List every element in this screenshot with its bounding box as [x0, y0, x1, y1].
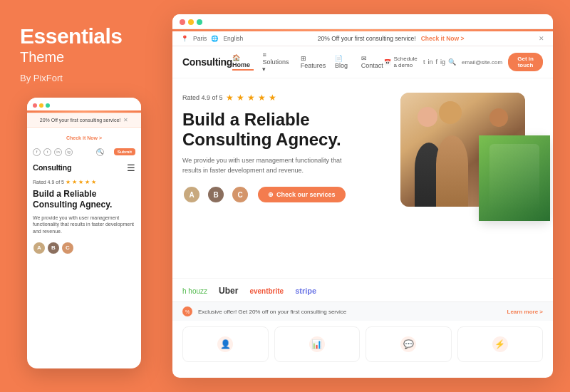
nav-solutions[interactable]: ≡ Solutions ▾	[262, 51, 291, 73]
mobile-check-link[interactable]: Check it Now >	[66, 135, 102, 140]
nav-logo: Consulting	[182, 56, 232, 68]
search-nav-icon[interactable]: 🔍	[448, 58, 456, 66]
bottom-offer-text: Exclusive offer! Get 20% off on your fir…	[198, 309, 346, 315]
hero-avatar-1: A	[182, 185, 201, 204]
desktop-mockup: 📍 Paris 🌐 English 20% Off your first con…	[172, 14, 553, 378]
bottom-cards: 👤 📊 💬 ⚡	[172, 321, 553, 368]
desktop-nav: Consulting 🏠 Home ≡ Solutions ▾ ⊞ Featur…	[172, 46, 553, 78]
mobile-hero-title: Build a Reliable Consulting Agnecy.	[27, 187, 141, 212]
fb-nav-icon[interactable]: f	[436, 58, 438, 66]
star-1: ★	[66, 179, 71, 185]
nav-contact[interactable]: ✉ Contact	[361, 55, 385, 69]
card-1: 👤	[182, 326, 269, 362]
brand-logos: h houzz Uber eventbrite stripe	[172, 278, 553, 301]
announcement-bar: 📍 Paris 🌐 English 20% Off your first con…	[172, 31, 553, 46]
hero-star-1: ★	[226, 93, 234, 103]
hero-section: Rated 4.9 of 5 ★ ★ ★ ★ ★ Build a Reliabl…	[172, 78, 553, 278]
mobile-avatars: A B C	[27, 237, 141, 259]
card-3: 💬	[366, 326, 452, 362]
eventbrite-logo: eventbrite	[249, 287, 284, 295]
hero-rating: Rated 4.9 of 5 ★ ★ ★ ★ ★	[182, 93, 390, 103]
facebook-icon: f	[33, 148, 41, 156]
announce-center-text: 20% Off your first consulting service! C…	[243, 35, 539, 42]
linkedin-nav-icon[interactable]: in	[428, 58, 433, 66]
announce-check-link[interactable]: Check it Now >	[421, 35, 465, 42]
mobile-search-icon[interactable]: 🔍	[96, 148, 104, 156]
nav-cta-button[interactable]: Get in touch	[508, 53, 543, 71]
twitter-nav-icon[interactable]: t	[423, 58, 425, 66]
star-4: ★	[85, 179, 90, 185]
star-5: ★	[91, 179, 96, 185]
nav-social-icons: t in f ig 🔍	[423, 58, 456, 66]
twitter-icon: t	[43, 148, 51, 156]
nav-email: email@site.com	[462, 59, 502, 66]
mobile-banner: 20% Off your first consulting service! ✕	[27, 113, 141, 128]
desktop-window-dots	[180, 19, 202, 25]
card-icon-2: 📊	[309, 336, 325, 352]
globe-icon: 🌐	[211, 35, 219, 42]
learn-more-link[interactable]: Learn more >	[507, 309, 543, 315]
hero-star-2: ★	[237, 93, 244, 103]
mobile-rating: Rated 4.9 of 5 ★ ★ ★ ★ ★	[27, 176, 141, 187]
mobile-avatar-2: B	[47, 242, 60, 254]
hero-title: Build a Reliable Consulting Agnecy.	[182, 110, 390, 149]
nav-right: 📅 Schedule a demo t in f ig 🔍 email@site…	[384, 53, 543, 71]
card-2: 📊	[274, 326, 361, 362]
mobile-logo-row: Consulting ☰	[27, 160, 141, 176]
nav-features[interactable]: ⊞ Features	[301, 55, 326, 69]
mobile-hero-desc: We provide you with user management func…	[27, 212, 141, 237]
mobile-logo: Consulting	[33, 163, 71, 172]
hero-avatar-2: B	[207, 185, 225, 204]
location-icon: 📍	[181, 35, 189, 42]
uber-logo: Uber	[219, 286, 238, 296]
mobile-nav: f t in ig 🔍 Submit	[27, 145, 141, 160]
card-icon-3: 💬	[400, 336, 416, 352]
mobile-mockup: 20% Off your first consulting service! ✕…	[27, 98, 141, 368]
hero-star-4: ★	[258, 93, 266, 103]
brand-subtitle: Theme	[20, 49, 160, 66]
hero-right	[400, 93, 543, 268]
mobile-avatar-3: C	[61, 242, 74, 254]
hero-overlay-image	[479, 135, 550, 221]
brand-by: By PixFort	[20, 73, 160, 83]
card-4: ⚡	[457, 326, 544, 362]
hero-image-container	[400, 93, 543, 207]
mobile-close-icon[interactable]: ✕	[123, 117, 128, 123]
star-3: ★	[78, 179, 83, 185]
desktop-window-bar	[172, 14, 553, 29]
hero-avatars-row: A B C ⊕ Check our services	[182, 185, 390, 204]
mobile-social-icons: f t in ig	[33, 148, 93, 156]
card-icon-1: 👤	[217, 336, 233, 352]
stripe-logo: stripe	[295, 287, 316, 295]
hero-star-3: ★	[247, 93, 255, 103]
nav-links: 🏠 Home ≡ Solutions ▾ ⊞ Features 📄 Blog ✉…	[232, 51, 384, 73]
hero-left: Rated 4.9 of 5 ★ ★ ★ ★ ★ Build a Reliabl…	[182, 93, 390, 268]
ig-nav-icon[interactable]: ig	[440, 58, 445, 66]
card-icon-4: ⚡	[492, 336, 508, 352]
services-icon: ⊕	[268, 191, 274, 198]
linkedin-icon: in	[54, 148, 62, 156]
offer-icon: %	[182, 306, 192, 316]
mobile-top-bar	[27, 98, 141, 110]
hero-avatar-3: C	[231, 185, 249, 204]
schedule-demo[interactable]: 📅 Schedule a demo	[384, 56, 418, 68]
houzz-logo: h houzz	[182, 287, 207, 295]
mobile-cta-button[interactable]: Submit	[114, 148, 135, 155]
instagram-icon: ig	[65, 148, 73, 156]
brand-title: Essentials	[20, 24, 160, 48]
hamburger-icon[interactable]: ☰	[127, 163, 135, 173]
nav-blog[interactable]: 📄 Blog	[335, 55, 353, 69]
bottom-offer-bar: % Exclusive offer! Get 20% off on your f…	[172, 301, 553, 321]
mobile-window-dots	[33, 103, 50, 108]
hero-desc: We provide you with user management func…	[182, 156, 353, 175]
star-2: ★	[72, 179, 77, 185]
mobile-avatar-1: A	[33, 242, 46, 254]
announce-left: 📍 Paris 🌐 English	[181, 35, 243, 42]
nav-home[interactable]: 🏠 Home	[232, 54, 254, 71]
announce-close[interactable]: ✕	[539, 35, 544, 42]
check-services-button[interactable]: ⊕ Check our services	[258, 187, 346, 202]
left-panel: Essentials Theme By PixFort 20% Off your…	[17, 24, 160, 368]
hero-star-5: ★	[269, 93, 276, 103]
